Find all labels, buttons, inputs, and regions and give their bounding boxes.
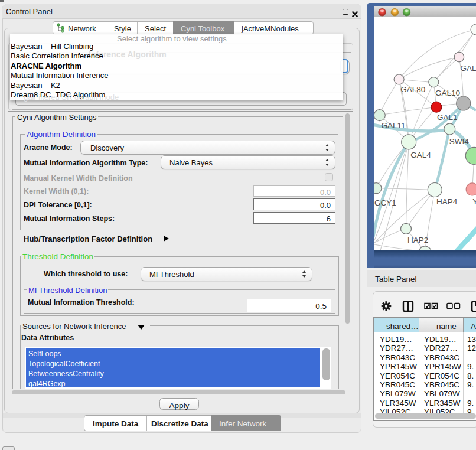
svg-text:GAL4: GAL4 (410, 151, 431, 159)
svg-text:HAP4: HAP4 (436, 197, 458, 206)
svg-text:HAP2: HAP2 (407, 236, 428, 244)
svg-text:GAL10: GAL10 (435, 89, 460, 97)
svg-text:GAL7: GAL7 (460, 64, 476, 73)
svg-text:GCY1: GCY1 (374, 198, 396, 207)
svg-text:Y: Y (472, 197, 476, 206)
svg-text:GAL11: GAL11 (381, 121, 405, 130)
svg-text:GAL1: GAL1 (437, 113, 458, 122)
svg-text:SWI4: SWI4 (449, 137, 469, 146)
svg-text:GAL80: GAL80 (400, 85, 425, 94)
